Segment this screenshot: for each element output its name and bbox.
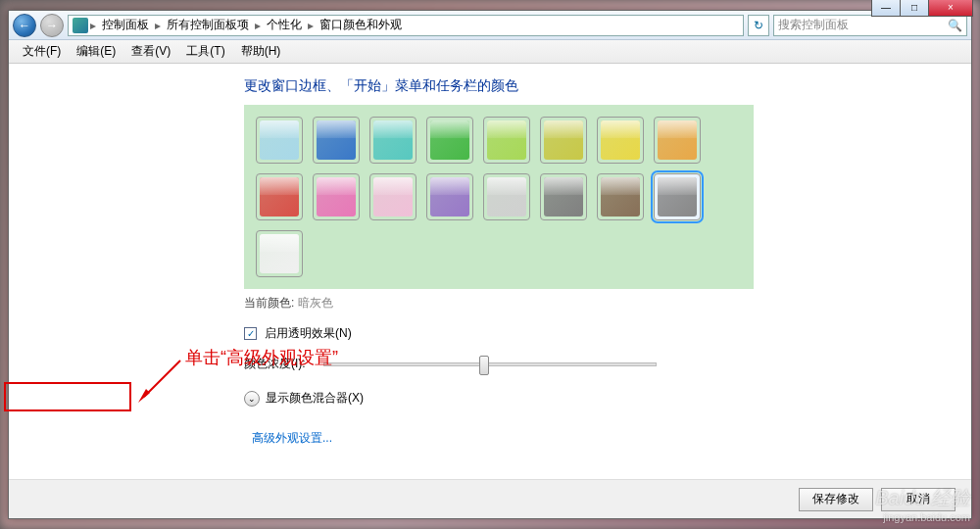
current-color-label: 当前颜色:	[244, 296, 294, 310]
annotation-arrow-icon	[136, 356, 185, 405]
footer-bar: 保存修改 取消	[9, 479, 971, 518]
color-swatch-white[interactable]	[256, 230, 303, 277]
back-button[interactable]: ←	[13, 14, 36, 37]
color-swatch-sky[interactable]	[256, 117, 303, 164]
color-palette	[244, 105, 754, 289]
menu-view[interactable]: 查看(V)	[123, 40, 178, 63]
color-swatch-red[interactable]	[256, 173, 303, 220]
transparency-row: ✓ 启用透明效果(N)	[244, 325, 971, 342]
transparency-checkbox[interactable]: ✓	[244, 327, 257, 340]
maximize-button[interactable]: □	[900, 0, 929, 17]
slider-thumb[interactable]	[479, 356, 489, 375]
menu-file[interactable]: 文件(F)	[15, 40, 69, 63]
color-swatch-olive[interactable]	[540, 117, 587, 164]
menu-edit[interactable]: 编辑(E)	[69, 40, 123, 63]
chevron-right-icon: ▸	[255, 19, 261, 32]
color-swatch-lightgray[interactable]	[483, 173, 530, 220]
color-swatch-darkgray[interactable]	[654, 173, 701, 220]
breadcrumb-item[interactable]: 控制面板	[98, 15, 153, 35]
breadcrumb[interactable]: ▸ 控制面板 ▸ 所有控制面板项 ▸ 个性化 ▸ 窗口颜色和外观	[68, 15, 744, 36]
control-panel-icon	[73, 18, 88, 33]
annotation-text: 单击“高级外观设置”	[185, 346, 338, 369]
chevron-right-icon: ▸	[90, 19, 96, 32]
color-swatch-brown[interactable]	[597, 173, 644, 220]
color-swatch-gray[interactable]	[540, 173, 587, 220]
color-mixer-expander[interactable]: ⌄ 显示颜色混合器(X)	[244, 390, 971, 407]
chevron-down-icon: ⌄	[244, 391, 260, 407]
content-area: 更改窗口边框、「开始」菜单和任务栏的颜色 当前颜色: 暗灰色 ✓ 启用透明效果(…	[9, 64, 971, 479]
color-swatch-lime[interactable]	[483, 117, 530, 164]
cancel-button[interactable]: 取消	[881, 488, 956, 511]
page-title: 更改窗口边框、「开始」菜单和任务栏的颜色	[244, 77, 971, 95]
intensity-slider[interactable]	[323, 362, 657, 366]
menu-tools[interactable]: 工具(T)	[178, 40, 232, 63]
search-icon: 🔍	[948, 19, 962, 32]
refresh-button[interactable]: ↻	[748, 15, 769, 36]
color-swatch-pink[interactable]	[313, 173, 360, 220]
color-swatch-orange[interactable]	[654, 117, 701, 164]
color-mixer-label: 显示颜色混合器(X)	[266, 390, 364, 407]
window-controls: — □ ×	[872, 0, 973, 17]
color-swatch-teal[interactable]	[369, 117, 416, 164]
current-color-value: 暗灰色	[298, 296, 333, 310]
transparency-label: 启用透明效果(N)	[265, 325, 352, 342]
forward-button[interactable]: →	[40, 14, 64, 37]
svg-marker-1	[138, 389, 150, 403]
chevron-right-icon: ▸	[155, 19, 161, 32]
minimize-button[interactable]: —	[871, 0, 901, 17]
color-swatch-blue[interactable]	[313, 117, 360, 164]
svg-line-0	[144, 361, 180, 397]
color-swatch-yellow[interactable]	[597, 117, 644, 164]
menu-bar: 文件(F) 编辑(E) 查看(V) 工具(T) 帮助(H)	[9, 40, 971, 64]
color-swatch-lightpink[interactable]	[369, 173, 416, 220]
color-swatch-purple[interactable]	[426, 173, 473, 220]
annotation-box	[4, 382, 131, 411]
breadcrumb-item[interactable]: 所有控制面板项	[163, 15, 253, 35]
breadcrumb-item[interactable]: 个性化	[263, 15, 306, 35]
breadcrumb-item[interactable]: 窗口颜色和外观	[316, 15, 406, 35]
save-button[interactable]: 保存修改	[799, 488, 873, 511]
menu-help[interactable]: 帮助(H)	[233, 40, 289, 63]
color-swatch-green[interactable]	[426, 117, 473, 164]
control-panel-window: — □ × ← → ▸ 控制面板 ▸ 所有控制面板项 ▸ 个性化 ▸ 窗口颜色和…	[8, 10, 972, 519]
advanced-appearance-link[interactable]: 高级外观设置...	[244, 424, 340, 453]
chevron-right-icon: ▸	[308, 19, 314, 32]
search-input[interactable]: 搜索控制面板 🔍	[773, 15, 967, 36]
close-button[interactable]: ×	[928, 0, 973, 17]
current-color-row: 当前颜色: 暗灰色	[244, 295, 971, 312]
search-placeholder: 搜索控制面板	[778, 17, 849, 33]
address-bar: ← → ▸ 控制面板 ▸ 所有控制面板项 ▸ 个性化 ▸ 窗口颜色和外观 ↻ 搜…	[9, 11, 971, 40]
intensity-row: 颜色浓度(I):	[244, 356, 971, 372]
